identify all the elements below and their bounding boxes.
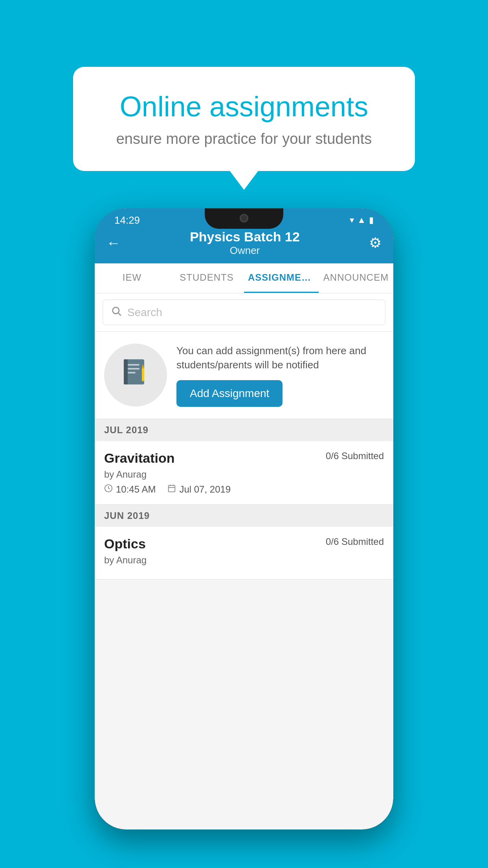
section-header-jun: JUN 2019 [95, 505, 393, 527]
phone-camera [240, 214, 248, 223]
header-subtitle: Owner [121, 245, 369, 257]
svg-rect-3 [124, 359, 128, 384]
speech-bubble-container: Online assignments ensure more practice … [73, 67, 415, 190]
assignment-submitted-optics: 0/6 Submitted [326, 536, 384, 547]
meta-time: 10:45 AM [104, 484, 156, 495]
speech-bubble-title: Online assignments [101, 90, 387, 123]
speech-bubble-subtitle: ensure more practice for your students [101, 131, 387, 147]
app-screen: 14:29 ▾ ▲ ▮ ← Physics Batch 12 Owner ⚙ I… [95, 208, 393, 829]
assignment-name: Gravitation [104, 451, 174, 466]
search-icon [111, 305, 122, 319]
promo-description: You can add assignment(s) from here and … [176, 344, 384, 372]
speech-bubble: Online assignments ensure more practice … [73, 67, 415, 171]
search-placeholder: Search [127, 306, 162, 319]
svg-rect-4 [128, 364, 139, 366]
phone-device: 14:29 ▾ ▲ ▮ ← Physics Batch 12 Owner ⚙ I… [95, 208, 393, 829]
meta-date: Jul 07, 2019 [167, 484, 231, 495]
promo-icon-circle [104, 344, 167, 406]
tab-students[interactable]: STUDENTS [169, 263, 244, 293]
speech-bubble-arrow [230, 171, 258, 190]
header-title: Physics Batch 12 [121, 229, 369, 245]
clock-icon [104, 484, 113, 495]
svg-point-0 [113, 307, 119, 314]
status-time: 14:29 [114, 214, 140, 226]
phone-notch [205, 208, 283, 229]
assignment-item-gravitation[interactable]: Gravitation 0/6 Submitted by Anurag 10:4… [95, 441, 393, 505]
notebook-icon [120, 356, 151, 394]
svg-line-1 [118, 313, 121, 315]
assignment-submitted: 0/6 Submitted [326, 451, 384, 462]
tab-iew[interactable]: IEW [95, 263, 169, 293]
svg-rect-6 [128, 372, 136, 373]
settings-icon[interactable]: ⚙ [369, 235, 382, 251]
assignment-top-row: Gravitation 0/6 Submitted [104, 451, 384, 466]
battery-icon: ▮ [369, 215, 374, 225]
assignment-name-optics: Optics [104, 536, 146, 552]
tab-announcements[interactable]: ANNOUNCEM [319, 263, 393, 293]
wifi-icon: ▾ [350, 215, 354, 225]
promo-text: You can add assignment(s) from here and … [176, 344, 384, 407]
svg-rect-10 [169, 485, 175, 492]
add-assignment-button[interactable]: Add Assignment [176, 380, 283, 407]
assignment-item-optics[interactable]: Optics 0/6 Submitted by Anurag [95, 527, 393, 579]
status-icons: ▾ ▲ ▮ [350, 215, 374, 225]
assignment-date: Jul 07, 2019 [179, 484, 231, 495]
tabs-bar: IEW STUDENTS ASSIGNMENTS ANNOUNCEM [95, 263, 393, 293]
header-center: Physics Batch 12 Owner [121, 229, 369, 257]
assignment-meta: 10:45 AM Jul 07, 2019 [104, 484, 384, 495]
assignment-by-optics: by Anurag [104, 555, 384, 566]
signal-icon: ▲ [357, 215, 366, 225]
assignment-time: 10:45 AM [116, 484, 156, 495]
assignment-top-row-optics: Optics 0/6 Submitted [104, 536, 384, 552]
calendar-icon [167, 484, 176, 495]
svg-rect-7 [142, 368, 144, 381]
tab-assignments[interactable]: ASSIGNMENTS [244, 263, 319, 293]
search-bar[interactable]: Search [103, 300, 385, 325]
phone-wrapper: 14:29 ▾ ▲ ▮ ← Physics Batch 12 Owner ⚙ I… [93, 208, 395, 829]
back-button[interactable]: ← [106, 235, 121, 251]
svg-rect-5 [128, 368, 139, 370]
search-container: Search [95, 293, 393, 332]
promo-card: You can add assignment(s) from here and … [95, 332, 393, 419]
section-header-jul: JUL 2019 [95, 419, 393, 441]
assignment-by: by Anurag [104, 469, 384, 480]
